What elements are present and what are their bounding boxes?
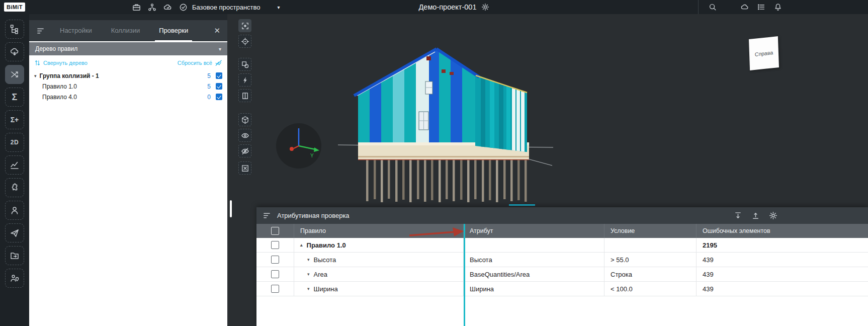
tab-settings[interactable]: Настройки xyxy=(56,20,96,41)
caret-down-icon[interactable]: ▾ xyxy=(307,257,310,262)
row-checkbox[interactable] xyxy=(271,241,279,249)
view-cube-label: Справа xyxy=(755,49,773,57)
table-row[interactable]: ▾Area BaseQuantities/Area Строка 439 xyxy=(256,267,868,282)
caret-down-icon[interactable]: ▾ xyxy=(307,272,310,277)
house-model[interactable] xyxy=(332,43,558,209)
house-piles xyxy=(366,159,527,202)
row-checkbox[interactable] xyxy=(271,256,279,264)
collisions-button[interactable] xyxy=(5,65,24,84)
tree-row-group[interactable]: ▾ Группа коллизий - 1 5 xyxy=(29,70,227,81)
attribute-check-header: Атрибутивная проверка xyxy=(256,207,868,224)
error-count: 0 xyxy=(207,94,211,101)
panel-menu-icon[interactable] xyxy=(263,211,271,220)
y-axis-label: Y xyxy=(310,153,314,158)
bounding-box-button[interactable] xyxy=(238,113,251,126)
topbar-divider xyxy=(698,0,699,14)
column-attribute[interactable]: Атрибут xyxy=(464,224,604,238)
table-row[interactable]: ▾Ширина Ширина < 100.0 439 xyxy=(256,282,868,296)
charts-button[interactable] xyxy=(5,155,24,175)
table-row-group[interactable]: ▴Правило 1.0 2195 xyxy=(256,238,868,253)
list-icon[interactable] xyxy=(757,3,766,12)
target-button[interactable] xyxy=(238,35,251,48)
settings-icon[interactable] xyxy=(769,211,777,220)
caret-down-icon[interactable]: ▾ xyxy=(307,286,310,291)
expand-panel-icon[interactable] xyxy=(734,211,742,220)
totals-plus-button[interactable]: Σ+ xyxy=(5,110,24,129)
orientation-gizmo[interactable]: Y xyxy=(275,122,323,170)
sigma-plus-icon: Σ+ xyxy=(11,116,19,124)
attribute-check-panel: Атрибутивная проверка Правило Атрибут Ус… xyxy=(256,207,868,326)
panel-menu-icon[interactable] xyxy=(36,27,45,35)
rule-checkbox[interactable] xyxy=(216,72,222,79)
totals-button[interactable]: Σ xyxy=(5,88,24,107)
user-location-button[interactable] xyxy=(5,269,24,288)
caret-up-icon[interactable]: ▴ xyxy=(300,242,303,248)
zoom-extents-button[interactable] xyxy=(238,19,251,32)
table-header-row: Правило Атрибут Условие Ошибочных элемен… xyxy=(256,224,868,238)
section-button[interactable] xyxy=(238,73,251,87)
rules-tree-dropdown[interactable]: Дерево правил ▾ xyxy=(29,42,227,55)
panel-resize-handle[interactable] xyxy=(509,204,535,206)
crossing-arrows-icon xyxy=(10,69,20,79)
left-tool-rail: Σ Σ+ 2D xyxy=(0,14,29,326)
paper-plane-icon xyxy=(10,228,20,238)
show-button[interactable] xyxy=(238,129,251,142)
scrollbar-thumb[interactable] xyxy=(230,200,232,217)
caret-down-icon[interactable]: ▾ xyxy=(34,73,37,78)
chevron-down-icon: ▾ xyxy=(219,46,221,52)
error-count: 5 xyxy=(207,83,211,90)
select-all-checkbox[interactable] xyxy=(271,227,279,235)
project-settings-icon[interactable] xyxy=(481,3,489,11)
house-side-wall xyxy=(473,71,531,154)
user-icon xyxy=(10,205,20,215)
tab-checks[interactable]: Проверки xyxy=(155,20,192,41)
panel-title: Атрибутивная проверка xyxy=(277,212,350,219)
select-all-cell xyxy=(256,224,294,238)
collapse-tree-link[interactable]: Свернуть дерево xyxy=(34,59,88,66)
users-button[interactable] xyxy=(5,201,24,220)
close-icon[interactable]: ✕ xyxy=(214,26,220,35)
publish-button[interactable] xyxy=(5,223,24,242)
cloud-model-button[interactable] xyxy=(5,42,24,61)
tab-collisions[interactable]: Коллизии xyxy=(107,20,144,41)
rule-checkbox[interactable] xyxy=(216,83,222,90)
tree-toolbar: Свернуть дерево Сбросить всё xyxy=(29,55,227,70)
panel-tab-bar: Настройки Коллизии Проверки ✕ xyxy=(29,20,227,41)
puzzle-icon xyxy=(10,183,20,193)
openings-button[interactable] xyxy=(238,89,251,102)
collapse-panel-icon[interactable] xyxy=(751,211,760,220)
column-condition[interactable]: Условие xyxy=(604,224,697,238)
cloud-icon[interactable] xyxy=(740,3,749,12)
reset-all-link[interactable]: Сбросить всё xyxy=(178,59,222,66)
project-title: Демо-проект-001 xyxy=(419,3,477,11)
view-cube-face[interactable]: Справа xyxy=(749,36,779,70)
tree-row-rule[interactable]: Правило 4.0 0 xyxy=(29,92,227,102)
user-pin-icon xyxy=(10,273,20,283)
hide-button[interactable] xyxy=(238,144,251,157)
cloud-arrow-icon xyxy=(10,47,20,57)
bell-icon[interactable] xyxy=(773,3,783,12)
isolate-button[interactable] xyxy=(238,58,251,71)
column-errors[interactable]: Ошибочных элементов xyxy=(697,224,868,238)
2d-view-button[interactable]: 2D xyxy=(5,133,24,152)
column-rule[interactable]: Правило xyxy=(294,224,464,238)
line-chart-icon xyxy=(10,160,20,170)
column-resize-marker[interactable] xyxy=(464,224,465,326)
tree-icon xyxy=(10,24,20,34)
hide-selected-button[interactable] xyxy=(238,161,251,175)
row-checkbox[interactable] xyxy=(271,270,279,278)
export-folder-button[interactable] xyxy=(5,246,24,265)
table-row[interactable]: ▾Высота Высота > 55.0 439 xyxy=(256,253,868,267)
row-checkbox[interactable] xyxy=(271,285,279,293)
panel-actions xyxy=(734,211,777,220)
checks-panel: Настройки Коллизии Проверки ✕ Дерево пра… xyxy=(29,20,227,326)
sigma-icon: Σ xyxy=(12,92,18,103)
top-bar: BiMiT Базовое пространство ▾ Демо-проект… xyxy=(0,0,868,14)
tree-row-rule[interactable]: Правило 1.0 5 xyxy=(29,81,227,92)
structure-tree-button[interactable] xyxy=(5,20,24,39)
search-icon[interactable] xyxy=(708,3,717,12)
folder-export-icon xyxy=(10,251,20,261)
plugins-button[interactable] xyxy=(5,178,24,197)
rule-checkbox[interactable] xyxy=(216,94,222,100)
error-count: 5 xyxy=(207,72,211,79)
